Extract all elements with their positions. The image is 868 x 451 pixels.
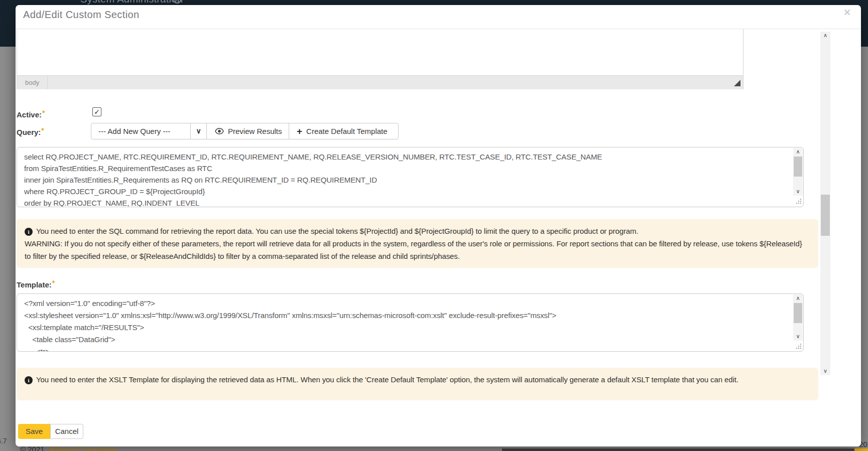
query-control-group: --- Add New Query --- ∨ Preview Results … xyxy=(91,123,399,139)
xslt-template-textarea[interactable]: <?xml version="1.0" encoding="utf-8"?> <… xyxy=(17,293,804,352)
page-header-title: System Administration xyxy=(80,0,183,5)
sql-help-text1: You need to enter the SQL command for re… xyxy=(36,227,639,235)
scroll-down-icon[interactable]: ∨ xyxy=(793,333,803,341)
scroll-up-icon[interactable]: ∧ xyxy=(820,32,830,40)
editor-resize-handle[interactable] xyxy=(734,80,740,86)
dialog-scrollbar: ∧ ∨ xyxy=(820,32,830,375)
scrollbar-thumb[interactable] xyxy=(794,303,802,323)
create-default-template-button[interactable]: + Create Default Template xyxy=(289,123,398,139)
cancel-button[interactable]: Cancel xyxy=(50,424,83,439)
screen: System Administration 6.7 © 2021, Inflec… xyxy=(0,0,868,451)
save-button[interactable]: Save xyxy=(18,424,50,439)
eye-icon xyxy=(215,128,224,134)
info-icon: i xyxy=(25,376,33,384)
active-checkbox[interactable]: ✓ xyxy=(92,107,101,116)
dialog-title: Add/Edit Custom Section xyxy=(23,9,140,21)
sql-query-textarea[interactable]: select RQ.PROJECT_NAME, RTC.REQUIREMENT_… xyxy=(17,147,804,207)
xslt-template-text: <?xml version="1.0" encoding="utf-8"?> <… xyxy=(24,297,786,351)
template-label: Template:* xyxy=(17,279,55,289)
footer-bar-accent xyxy=(854,448,868,451)
preview-results-label: Preview Results xyxy=(228,123,282,139)
footer-bar xyxy=(502,448,868,451)
scroll-down-icon[interactable]: ∨ xyxy=(820,367,830,375)
add-edit-custom-section-dialog: Add/Edit Custom Section ✕ body Active:* … xyxy=(16,5,861,446)
editor-elements-path-bar: body xyxy=(17,75,743,89)
create-default-template-label: Create Default Template xyxy=(306,123,387,139)
scrollbar-thumb[interactable] xyxy=(794,157,802,177)
plus-icon: + xyxy=(297,126,302,136)
preview-results-button[interactable]: Preview Results xyxy=(206,123,289,139)
scroll-up-icon[interactable]: ∧ xyxy=(793,148,803,156)
template-help-box: iYou need to enter the XSLT Template for… xyxy=(17,368,818,400)
query-label: Query:* xyxy=(17,126,44,136)
required-marker: * xyxy=(42,109,45,117)
rich-text-editor[interactable]: body xyxy=(17,29,743,89)
required-marker: * xyxy=(41,126,44,134)
checkmark-icon: ✓ xyxy=(94,108,100,116)
sql-textarea-resize-grip[interactable] xyxy=(796,198,802,205)
sql-query-text: select RQ.PROJECT_NAME, RTC.REQUIREMENT_… xyxy=(24,151,786,207)
sql-help-line2: WARNING: If you do not specify either of… xyxy=(25,237,810,262)
editor-content-area[interactable] xyxy=(17,29,743,75)
footer-version-fragment: 6.7 xyxy=(0,437,7,445)
editor-element-path-body[interactable]: body xyxy=(17,76,48,89)
query-select[interactable]: --- Add New Query --- xyxy=(91,123,190,139)
template-textarea-resize-grip[interactable] xyxy=(796,343,802,350)
template-help-line: iYou need to enter the XSLT Template for… xyxy=(25,373,810,386)
active-label: Active:* xyxy=(17,109,45,119)
template-textarea-scrollbar: ∧ ∨ xyxy=(793,294,803,341)
chevron-down-icon: ∨ xyxy=(196,123,201,139)
query-select-arrow[interactable]: ∨ xyxy=(190,123,206,139)
sql-textarea-scrollbar: ∧ ∨ xyxy=(793,148,803,196)
scroll-down-icon[interactable]: ∨ xyxy=(793,188,803,196)
close-icon[interactable]: ✕ xyxy=(843,7,851,18)
scroll-up-icon[interactable]: ∧ xyxy=(793,294,803,303)
sql-help-line1: iYou need to enter the SQL command for r… xyxy=(25,225,810,237)
sql-help-box: iYou need to enter the SQL command for r… xyxy=(17,219,818,268)
template-help-text: You need to enter the XSLT Template for … xyxy=(36,375,738,384)
required-marker: * xyxy=(52,279,55,287)
scrollbar-thumb[interactable] xyxy=(821,195,830,236)
query-select-value: --- Add New Query --- xyxy=(98,123,170,139)
info-icon: i xyxy=(25,228,33,236)
